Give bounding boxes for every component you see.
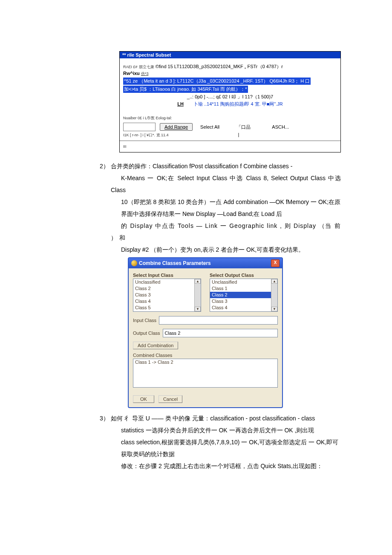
text: Display #2 （前一个）变为 on,表示 2 者合并一 OK,可查看变化…	[121, 246, 304, 253]
caret: |	[238, 132, 239, 137]
list-item[interactable]: Class 4	[133, 298, 201, 305]
text: ©find 15 LT1120D3B_p3S20021024_MKF „ FST…	[156, 64, 283, 69]
combine-classes-dialog: Combine Classes Parameters X Select Inpu…	[128, 257, 283, 408]
text: K-Means 一 OK;在 Select Input Class 中选 Cla…	[111, 175, 341, 193]
list-item[interactable]: Class 3	[133, 292, 201, 298]
list-item[interactable]: Unclassified	[133, 279, 201, 285]
dialog-titlebar: Combine Classes Parameters X	[129, 258, 282, 268]
divider	[120, 141, 340, 141]
close-icon[interactable]: X	[271, 259, 280, 267]
text: 倍*3	[141, 72, 149, 76]
list-item[interactable]: Class 1	[210, 285, 277, 292]
text: III	[123, 144, 127, 149]
text: LH	[177, 101, 184, 106]
text: Rw^ixu	[123, 71, 140, 76]
list-item[interactable]: Class 4	[210, 305, 277, 311]
list-number: 3）	[100, 412, 111, 424]
text: 获取类码的统计数据	[121, 451, 175, 457]
text: statistics 一选择分类合并后的文件一 OK 一再选合并后文件一 OK …	[121, 427, 314, 434]
scrollbar[interactable]	[194, 279, 201, 311]
text: 的 Display 中点击 Tools — Link 一 Geographic …	[111, 222, 341, 241]
spectral-title: ** rile Spectral Subset	[120, 52, 340, 58]
list-item[interactable]: Class 3	[210, 298, 277, 305]
output-class-listbox[interactable]: Unclassified Class 1 Class 2 Class 3 Cla…	[210, 279, 278, 312]
text: 合并类的操作：Classification fPost classificati…	[111, 163, 292, 170]
input-class-field[interactable]	[159, 316, 278, 325]
spectral-subset-panel: ** rile Spectral Subset RAEI £# 朋立七兼 ©fi…	[119, 51, 341, 152]
input-class-field-label: Input Class	[133, 318, 156, 323]
scrollbar[interactable]	[271, 279, 277, 311]
text: 如何 彳 导至 U —— 类 中的像 元量：classification - p…	[111, 415, 315, 422]
asch-button[interactable]: ASCH...	[272, 124, 289, 129]
dialog-title: Combine Classes Parameters	[139, 260, 211, 266]
nuaiber-label: Nuaiber 0£ i L巾医 Eolog-tal:	[123, 116, 172, 120]
app-icon	[131, 260, 137, 266]
selected-row[interactable]: 加<>ta 贝$ ：LTiiaooa 白 jneao. 如 345RF.Tsii…	[123, 86, 248, 93]
text: 修改：在步骤 2 完成图上右击出来一个对话框，点击 Quick Stats,出现…	[121, 463, 323, 469]
glyph: 「口品	[236, 124, 251, 130]
list-item[interactable]: Class 2	[133, 285, 201, 292]
list-item-selected[interactable]: Class 2	[210, 292, 277, 298]
text: _..: 0p0 ] -....; q£ 02 I 叩 」I 11?（1 500…	[187, 94, 273, 99]
text: 界面中选择保存结果一 New Display —Load Band;在 Load…	[121, 210, 282, 217]
select-all-button[interactable]: Select All	[200, 124, 219, 129]
range-input[interactable]	[123, 123, 156, 131]
combined-classes-label: Combined Classes	[133, 353, 278, 358]
list-number: 2）	[100, 160, 111, 172]
text: 朋立七兼	[139, 65, 154, 69]
ok-button[interactable]: OK	[133, 395, 154, 403]
paragraph-3: 3）如何 彳 导至 U —— 类 中的像 元量：classification -…	[111, 412, 341, 472]
select-input-class-label: Select Input Class	[133, 273, 201, 278]
cancel-button[interactable]: Cancel	[159, 395, 182, 403]
text: RAEI £#	[123, 65, 138, 69]
combined-entry: Class 1 -> Class 2	[135, 359, 276, 365]
add-combination-button[interactable]: Add Combination	[133, 342, 178, 349]
text: I1K [ r-nr- ] i [ ¥口*. 览 11.4	[123, 133, 169, 137]
text: class selection,根据需要选择几类(6,7,8,9,10) 一 O…	[121, 439, 338, 446]
add-range-button[interactable]: Add Range	[160, 123, 193, 131]
list-item[interactable]: Class 5	[133, 305, 201, 311]
text: 10（即把第 8 类和第 10 类合并）一点 Add combination —…	[121, 198, 340, 205]
selected-row[interactable]: ^51 ze （Meta it an d 3 ]: L7112C（J3a _03…	[123, 78, 311, 85]
output-class-field-label: Output Class	[133, 331, 160, 336]
combined-classes-box: Class 1 -> Class 2	[133, 359, 278, 388]
paragraph-2: 2）合并类的操作：Classification fPost classifica…	[111, 160, 341, 256]
list-item[interactable]: Unclassified	[210, 279, 277, 285]
output-class-field[interactable]	[163, 329, 278, 337]
input-class-listbox[interactable]: Unclassified Class 2 Class 3 Class 4 Cla…	[133, 279, 201, 312]
text: 卜瑜 ..14*11 陶购掐拟题i即 4 宜. 甲■网".JR	[193, 101, 283, 106]
select-output-class-label: Select Output Class	[210, 273, 278, 278]
